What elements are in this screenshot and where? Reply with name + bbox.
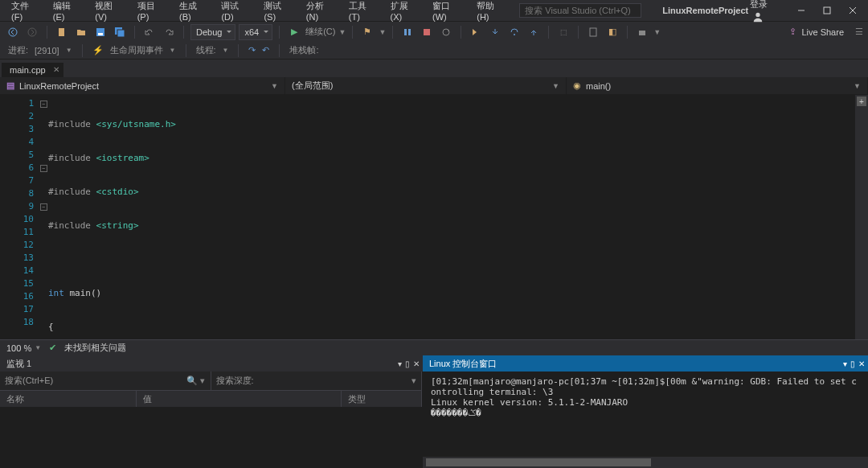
fold-toggle[interactable]: − (40, 101, 47, 108)
new-file-button[interactable] (54, 24, 70, 40)
console-panel-title: Linux 控制台窗口 ▾ ▯ ✕ (423, 355, 868, 372)
chevron-down-icon[interactable]: ▼ (170, 47, 176, 54)
dropdown-icon[interactable]: ▾ (398, 359, 402, 368)
watch-body[interactable] (0, 407, 422, 468)
nav-project-dropdown[interactable]: ▤ LinuxRemoteProject ▼ (0, 77, 285, 94)
chevron-down-icon: ▼ (854, 82, 861, 90)
undo-button[interactable] (141, 24, 158, 40)
tab-main-cpp[interactable]: main.cpp ✕ (2, 62, 63, 77)
menu-test[interactable]: 测试(S) (257, 0, 297, 24)
menu-file[interactable]: 文件(F) (5, 0, 45, 24)
pin-icon[interactable]: ▯ (850, 359, 855, 368)
watch-col-type[interactable]: 类型 (342, 391, 422, 407)
continue-button[interactable]: ▶ (286, 24, 302, 40)
menu-view[interactable]: 视图(V) (88, 0, 129, 24)
nav-back-button[interactable] (5, 24, 21, 40)
open-button[interactable] (73, 24, 89, 40)
editor-tab-strip: main.cpp ✕ (0, 60, 868, 77)
pin-icon[interactable]: ▯ (405, 359, 410, 368)
save-button[interactable] (92, 24, 108, 40)
flag-icon[interactable]: ⚑ (359, 24, 375, 40)
minimize-button[interactable] (791, 2, 812, 19)
watch-title-label: 监视 1 (6, 358, 31, 370)
line-number: 10 (0, 213, 39, 226)
docs-icon[interactable] (585, 24, 601, 40)
process-label: 进程: (8, 44, 28, 56)
watch-depth-dropdown[interactable]: 搜索深度: ▾ (211, 372, 423, 390)
svg-point-5 (9, 28, 17, 36)
svg-point-16 (514, 34, 515, 35)
save-all-button[interactable] (112, 24, 128, 40)
zoom-dropdown[interactable]: 100 %▼ (6, 343, 41, 353)
menu-window[interactable]: 窗口(W) (426, 0, 469, 24)
toolbox-icon[interactable] (634, 24, 650, 40)
thread-label: 线程: (196, 44, 216, 56)
bookmark-icon[interactable]: ◧ (604, 24, 620, 40)
hex-display-button[interactable]: ⬚ (555, 24, 571, 40)
chevron-down-icon: ▼ (271, 82, 278, 90)
watch-col-name[interactable]: 名称 (0, 391, 137, 407)
nav-forward-button[interactable] (24, 24, 40, 40)
dropdown-icon[interactable]: ▾ (843, 359, 847, 368)
menu-debug[interactable]: 调试(D) (215, 0, 256, 24)
fold-toggle[interactable]: − (40, 165, 47, 172)
close-icon[interactable]: ✕ (858, 359, 865, 368)
step-over-button[interactable] (506, 24, 522, 40)
watch-header-row: 名称 值 类型 (0, 391, 422, 407)
menu-extensions[interactable]: 扩展(X) (384, 0, 424, 24)
line-number-gutter: 1 2 3 4 5 6 7 8 9 10 11 12 13 14 15 16 1… (0, 95, 39, 339)
svg-rect-17 (590, 28, 596, 36)
platform-dropdown[interactable]: x64 (239, 24, 272, 40)
watch-search-input[interactable]: 搜索(Ctrl+E) 🔍 ▾ (0, 372, 211, 390)
chevron-down-icon[interactable]: ▼ (66, 47, 72, 54)
line-number: 13 (0, 252, 39, 265)
redo-button[interactable] (161, 24, 177, 40)
stepinto-icon[interactable]: ↷ (248, 45, 256, 55)
svg-rect-18 (639, 31, 645, 35)
separator (183, 26, 184, 39)
line-number: 11 (0, 226, 39, 239)
fold-toggle[interactable]: − (40, 203, 47, 211)
show-next-statement-button[interactable] (468, 24, 484, 40)
config-dropdown[interactable]: Debug (190, 24, 235, 40)
menu-analyze[interactable]: 分析(N) (300, 0, 341, 24)
step-out-button[interactable] (526, 24, 542, 40)
maximize-button[interactable] (817, 2, 837, 19)
login-button[interactable]: 登录 (750, 0, 781, 23)
lifecycle-icon[interactable]: ⚡ (92, 45, 104, 55)
line-number: 5 (0, 149, 39, 162)
line-number: 7 (0, 174, 39, 187)
horizontal-scrollbar[interactable] (423, 457, 868, 468)
nav-method-dropdown[interactable]: ◉ main() ▼ (567, 77, 868, 94)
restart-button[interactable] (438, 24, 454, 40)
chevron-down-icon[interactable]: ▼ (223, 47, 229, 54)
close-icon[interactable]: ✕ (413, 359, 420, 368)
menu-build[interactable]: 生成(B) (173, 0, 213, 24)
menu-help[interactable]: 帮助(H) (470, 0, 511, 24)
watch-col-value[interactable]: 值 (137, 391, 342, 407)
console-output[interactable]: [01;32m[manjaro@manjaro-pc[01;37m ~[01;3… (423, 372, 868, 457)
svg-rect-9 (98, 33, 103, 35)
split-editor-button[interactable]: + (857, 96, 866, 106)
separator (279, 26, 280, 39)
stop-button[interactable] (419, 24, 435, 40)
nav-scope-dropdown[interactable]: (全局范围) ▼ (285, 77, 567, 94)
vertical-scrollbar[interactable]: + (855, 95, 868, 339)
code-area[interactable]: #include <sys/utsname.h> #include <iostr… (48, 95, 855, 339)
stepout-icon[interactable]: ↶ (262, 45, 269, 55)
step-into-button[interactable] (487, 24, 503, 40)
pause-button[interactable] (399, 24, 416, 40)
svg-rect-14 (424, 29, 430, 35)
close-tab-icon[interactable]: ✕ (53, 65, 59, 74)
lifecycle-label: 生命周期事件 (110, 44, 163, 56)
live-share[interactable]: ⇪ Live Share ☰ (789, 27, 863, 37)
menu-edit[interactable]: 编辑(E) (47, 0, 87, 24)
global-search-input[interactable] (519, 3, 641, 18)
menu-project[interactable]: 项目(P) (131, 0, 171, 24)
watch-panel-title: 监视 1 ▾ ▯ ✕ (0, 355, 423, 372)
search-icon: 🔍 ▾ (186, 376, 205, 386)
menu-tools[interactable]: 工具(T) (342, 0, 383, 24)
line-number: 3 (0, 123, 39, 136)
close-button[interactable] (842, 2, 863, 19)
account-icon[interactable]: ☰ (855, 27, 863, 37)
